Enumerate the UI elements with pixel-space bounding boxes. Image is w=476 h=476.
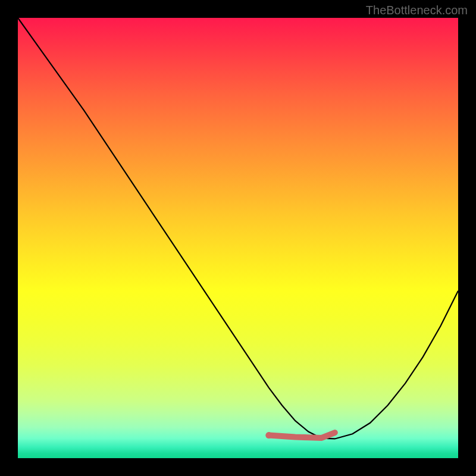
chart-svg — [18, 18, 458, 458]
watermark-text: TheBottleneck.com — [366, 4, 468, 17]
marker-point — [265, 432, 272, 439]
marker-segment — [269, 433, 335, 438]
bottleneck-curve-line — [18, 18, 458, 439]
plot-area — [18, 18, 458, 458]
